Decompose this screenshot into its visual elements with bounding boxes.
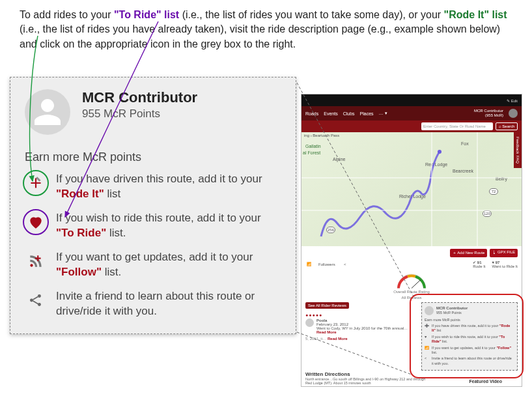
mini-map[interactable]: ing › Beartooth Pass Gallatin al Forest … — [301, 132, 522, 246]
add-route-button[interactable]: ＋ Add New Route — [450, 249, 487, 257]
mini-searchbar: Enter Country, State Or Road Name ⌕ Sear… — [301, 120, 522, 132]
rating-gauge: Overall Route Rating — [305, 272, 518, 294]
review-avatar — [305, 318, 314, 327]
reviews-left: See All Rider Reviews ●●●●● Poola Februa… — [305, 302, 417, 371]
svg-point-2 — [38, 294, 41, 298]
callout-box: MCR Contributor 955 McR Points Earn more… — [10, 77, 296, 334]
mini-topbar: ✎ Edit — [301, 94, 522, 106]
earn-heading: Earn more McR points — [25, 150, 281, 164]
read-more-link[interactable]: Read More — [328, 337, 348, 341]
to-ride-label: "To Ride" list — [114, 9, 179, 20]
mini-nav: Roads Events Clubs Places … ▾ MCR Contri… — [301, 106, 522, 120]
search-button[interactable]: ⌕ Search — [496, 122, 518, 130]
rss-plus-icon — [27, 253, 44, 270]
read-more-link[interactable]: Read More — [316, 330, 337, 334]
search-input[interactable]: Enter Country, State Or Road Name — [421, 122, 493, 130]
invite-icon-wrap[interactable] — [25, 289, 47, 311]
to-ride-icon-wrap[interactable] — [25, 211, 47, 233]
faq-tab[interactable]: FAQ — [516, 156, 520, 163]
side-tabs[interactable]: Feedback FAQ — [514, 132, 522, 168]
mini-button-row: ＋ Add New Route ⭳ GPX FILE — [305, 249, 518, 257]
intro-fragment: To add rides to your — [20, 9, 114, 20]
mini-action-row: 📶Followers < ✔ 91Rode It ♥ 97Want to Rid… — [305, 260, 518, 268]
contributor-name: MCR Contributor — [82, 89, 197, 106]
rode-it-text: If you have driven this route, add it to… — [56, 172, 281, 202]
rode-it-label: "Rode It" list — [444, 9, 507, 20]
gauge-icon — [395, 272, 428, 289]
red-highlight-annotation — [410, 294, 524, 378]
nav-roads[interactable]: Roads — [305, 111, 318, 116]
to-ride-text: If you wish to ride this route, add it t… — [56, 211, 281, 241]
intro-fragment: (i.e., the list of rides you have alread… — [20, 23, 500, 49]
edit-link[interactable]: ✎ Edit — [507, 98, 518, 103]
route-line — [301, 132, 522, 246]
svg-point-0 — [30, 264, 33, 266]
nav-avatar[interactable] — [509, 109, 518, 118]
follow-text: If you want to get updates, add it to yo… — [56, 250, 281, 280]
nav-user[interactable]: MCR Contributor(955 McR) — [474, 109, 503, 117]
svg-line-5 — [412, 280, 421, 289]
contributor-points: 955 McR Points — [82, 107, 197, 120]
share-icon[interactable]: < — [342, 261, 348, 268]
svg-point-4 — [438, 150, 441, 154]
rode-it-icon-wrap[interactable] — [25, 172, 47, 194]
nav-more[interactable]: … ▾ — [379, 111, 387, 116]
rode-it-row: If you have driven this route, add it to… — [25, 172, 281, 202]
review-stars: ●●●●● — [305, 313, 417, 317]
green-circle-annotation — [23, 170, 49, 196]
intro-fragment: (i.e., the list of rides you want to tak… — [182, 9, 444, 20]
nav-clubs[interactable]: Clubs — [343, 111, 355, 116]
callout-header: MCR Contributor 955 McR Points — [25, 89, 281, 135]
svg-point-3 — [38, 303, 41, 306]
share-icon — [27, 292, 44, 309]
rss-icon[interactable]: 📶 — [305, 261, 312, 268]
purple-circle-annotation — [23, 209, 49, 235]
featured-video-label: Featured Video — [469, 379, 502, 384]
to-ride-row: If you wish to ride this route, add it t… — [25, 211, 281, 241]
svg-point-1 — [30, 298, 33, 302]
person-icon — [32, 96, 63, 128]
avatar — [25, 89, 70, 135]
gpx-button[interactable]: ⭳ GPX FILE — [490, 249, 518, 257]
invite-row: Invite a friend to learn about this rout… — [25, 289, 281, 319]
see-all-reviews-button[interactable]: See All Rider Reviews — [305, 302, 349, 309]
nav-events[interactable]: Events — [324, 111, 337, 116]
feedback-tab[interactable]: Feedback — [516, 137, 520, 154]
nav-places[interactable]: Places — [360, 111, 374, 116]
intro-text: To add rides to your "To Ride" list (i.e… — [20, 8, 514, 51]
follow-icon-wrap[interactable] — [25, 250, 47, 272]
callout-header-text: MCR Contributor 955 McR Points — [82, 89, 197, 120]
follow-row: If you want to get updates, add it to yo… — [25, 250, 281, 280]
invite-text: Invite a friend to learn about this rout… — [56, 289, 281, 319]
followers-label: Followers — [318, 262, 335, 266]
review-item: Poola February 23, 2012 Went to Cody, WY… — [305, 318, 417, 334]
